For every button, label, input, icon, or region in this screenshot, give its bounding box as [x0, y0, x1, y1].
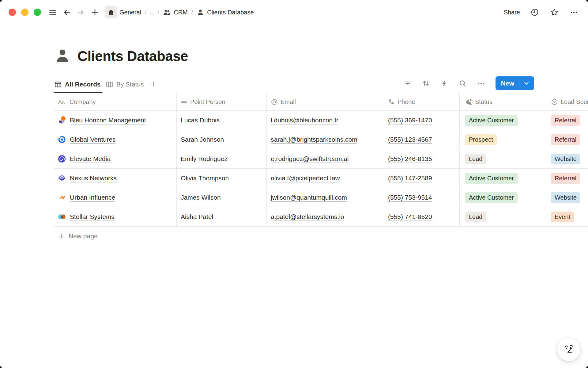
point-person-cell[interactable]: Sarah Johnson: [177, 130, 267, 149]
phone-cell[interactable]: (555) 369-1470: [384, 111, 460, 130]
share-button[interactable]: Share: [504, 9, 520, 16]
email-link: olivia.t@pixelperfect.law: [271, 174, 340, 182]
email-link: a.patel@stellarsystems.io: [271, 213, 344, 220]
status-cell[interactable]: Active Customer: [461, 169, 547, 188]
new-record-button[interactable]: New: [496, 76, 534, 90]
column-header-email[interactable]: Email: [267, 93, 384, 110]
zoom-window-button[interactable]: [34, 9, 41, 16]
company-cell[interactable]: Nexus Networks: [54, 169, 177, 188]
person-icon: [197, 9, 204, 16]
clock-icon[interactable]: [530, 7, 540, 17]
column-header-lead-source[interactable]: Lead Source: [547, 93, 588, 110]
phone-link: (555) 123-4567: [388, 136, 432, 143]
email-cell[interactable]: a.patel@stellarsystems.io: [267, 207, 384, 226]
point-person-cell[interactable]: Olivia Thompson: [177, 169, 267, 188]
status-badge: Active Customer: [465, 192, 518, 203]
page-title-person-icon[interactable]: [54, 47, 71, 65]
plus-icon: [58, 232, 65, 240]
phone-cell[interactable]: (555) 246-8135: [384, 149, 460, 168]
new-button-label: New: [496, 80, 519, 87]
column-header-company[interactable]: Aa Company: [54, 93, 177, 110]
email-cell[interactable]: sarah.j@brightsparksolns.com: [267, 130, 384, 149]
phone-cell[interactable]: (555) 123-4567: [384, 130, 460, 149]
lead-source-cell[interactable]: Website: [547, 149, 588, 168]
lead-source-badge: Referral: [551, 134, 580, 145]
chevron-down-icon[interactable]: [519, 80, 534, 87]
home-icon[interactable]: [105, 6, 117, 18]
people-icon: [163, 8, 171, 16]
column-header-phone[interactable]: Phone: [384, 93, 460, 110]
phone-cell[interactable]: (555) 741-8520: [384, 207, 460, 226]
email-cell[interactable]: jwilson@quantumquill.com: [267, 188, 384, 207]
new-page-row[interactable]: New page: [54, 227, 588, 246]
point-person-cell[interactable]: James Wilson: [177, 188, 267, 207]
lead-source-cell[interactable]: Referral: [547, 169, 588, 188]
lead-source-cell[interactable]: Website: [547, 188, 588, 207]
status-cell[interactable]: Lead: [461, 149, 547, 168]
new-tab-plus-icon[interactable]: [90, 7, 100, 17]
breadcrumb-ellipsis[interactable]: ...: [149, 9, 155, 16]
email-link: jwilson@quantumquill.com: [271, 194, 347, 201]
tab-by-status[interactable]: By Status: [105, 81, 146, 93]
column-header-status[interactable]: Status: [461, 93, 547, 110]
company-link[interactable]: Elevate Media: [70, 155, 111, 163]
phone-cell[interactable]: (555) 147-2589: [384, 169, 460, 188]
status-cell[interactable]: Active Customer: [461, 188, 547, 207]
back-arrow-icon[interactable]: [62, 7, 72, 17]
nexus-networks-logo: [58, 174, 66, 182]
phone-link: (555) 147-2589: [388, 174, 432, 182]
lead-source-badge: Website: [551, 154, 580, 164]
company-link[interactable]: Global Ventures: [70, 136, 115, 143]
company-cell[interactable]: Bleu Horizon Management: [54, 111, 177, 130]
lead-source-cell[interactable]: Event: [547, 207, 588, 226]
page-title[interactable]: Clients Database: [77, 48, 188, 64]
lead-source-cell[interactable]: Referral: [547, 130, 588, 149]
stellar-systems-logo: [58, 213, 66, 221]
point-person-cell[interactable]: Aisha Patel: [177, 207, 267, 226]
automation-bolt-icon[interactable]: [439, 78, 450, 89]
company-link[interactable]: Nexus Networks: [70, 174, 117, 182]
point-person-cell[interactable]: Emily Rodriguez: [177, 149, 267, 168]
menu-icon[interactable]: [48, 7, 58, 17]
phone-cell[interactable]: (555) 753-9514: [384, 188, 460, 207]
company-cell[interactable]: Global Ventures: [54, 130, 177, 149]
point-person-cell[interactable]: Lucas Dubois: [177, 111, 267, 130]
phone-link: (555) 741-8520: [388, 213, 432, 220]
status-cell[interactable]: Active Customer: [461, 111, 547, 130]
company-link[interactable]: Bleu Horizon Management: [70, 117, 146, 124]
lead-source-cell[interactable]: Referral: [547, 111, 588, 130]
breadcrumb-crm[interactable]: CRM: [162, 7, 189, 17]
ellipsis-icon[interactable]: [569, 7, 579, 17]
star-icon[interactable]: [549, 7, 559, 17]
breadcrumb-general[interactable]: General: [118, 8, 142, 17]
company-cell[interactable]: Urban Influence: [54, 188, 177, 207]
filter-icon[interactable]: [402, 78, 413, 89]
breadcrumb-separator: /: [142, 9, 149, 16]
at-icon: [271, 98, 278, 105]
forward-arrow-icon[interactable]: [76, 7, 86, 17]
breadcrumb-clients-database[interactable]: Clients Database: [195, 7, 255, 17]
company-cell[interactable]: Stellar Systems: [54, 207, 177, 226]
column-header-point-person[interactable]: Point Person: [177, 93, 267, 110]
email-cell[interactable]: l.dubois@bleuhorizon.fr: [267, 111, 384, 130]
email-cell[interactable]: olivia.t@pixelperfect.law: [267, 169, 384, 188]
search-icon[interactable]: [458, 78, 468, 89]
add-view-button[interactable]: [148, 80, 159, 93]
new-page-label: New page: [69, 232, 98, 240]
select-circle-icon: [551, 98, 558, 105]
tab-all-records[interactable]: All Records: [54, 81, 103, 93]
notion-ai-button[interactable]: [557, 337, 581, 361]
svg-text:Aa: Aa: [58, 99, 65, 105]
phone-icon: [388, 98, 395, 105]
view-options-ellipsis-icon[interactable]: [476, 78, 486, 89]
close-window-button[interactable]: [9, 9, 16, 16]
table-row: Urban Influence James Wilson jwilson@qua…: [54, 188, 588, 207]
company-link[interactable]: Urban Influence: [70, 194, 115, 201]
email-cell[interactable]: e.rodriguez@swiftstream.ai: [267, 149, 384, 168]
sort-icon[interactable]: [421, 78, 431, 89]
status-cell[interactable]: Lead: [461, 207, 547, 226]
company-cell[interactable]: Elevate Media: [54, 149, 177, 168]
company-link[interactable]: Stellar Systems: [70, 213, 115, 220]
status-cell[interactable]: Prospect: [461, 130, 547, 149]
minimize-window-button[interactable]: [21, 9, 28, 16]
